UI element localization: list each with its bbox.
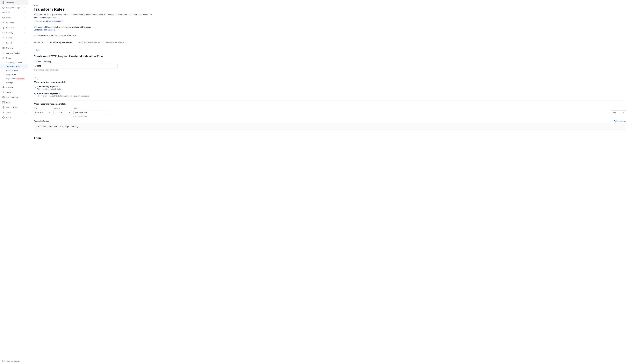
chevron-down-icon: ▼ xyxy=(24,17,26,18)
filter-value-input[interactable] xyxy=(73,110,110,115)
sidebar-sub-item-origin-rules[interactable]: Origin Rules xyxy=(0,72,28,77)
value-label: Value xyxy=(73,107,609,109)
sidebar: Overview Analytics & Logs ▼ DNS ▼ Email … xyxy=(0,0,28,364)
sidebar-item-label: Scrape Shield xyxy=(6,106,18,108)
sidebar-sub-item-transform-rules[interactable]: Transform Rules xyxy=(0,64,28,68)
spectrum-icon xyxy=(2,22,5,24)
sidebar-item-web3[interactable]: Web3 xyxy=(0,115,28,120)
normalization-box: URL-encoded Requests to this zone are no… xyxy=(34,26,626,31)
or-button[interactable]: Or xyxy=(620,110,626,115)
sidebar-item-dns[interactable]: DNS ▼ xyxy=(0,10,28,15)
svg-rect-30 xyxy=(3,360,4,362)
tab-modify-request-header[interactable]: Modify Request Header xyxy=(48,40,75,45)
speed-icon xyxy=(2,42,5,44)
tab-rewrite-url[interactable]: Rewrite URL xyxy=(34,40,48,45)
rule-name-group: Rule name (required) Give your rule a de… xyxy=(34,61,626,71)
svg-rect-13 xyxy=(3,47,5,48)
svg-rect-28 xyxy=(4,102,5,104)
sidebar-bottom: Collapse sidebar xyxy=(0,358,28,364)
doc-link-text: Transform Rules documentation xyxy=(34,20,62,22)
sidebar-item-apps[interactable]: Apps xyxy=(0,100,28,105)
and-button[interactable]: And xyxy=(611,110,619,115)
radio-custom-filter: Custom filter expression The rule will o… xyxy=(34,92,626,97)
sidebar-sub-item-configuration-rules[interactable]: Configuration Rules xyxy=(0,60,28,64)
normalization-text: URL-encoded Requests to this zone are no… xyxy=(34,26,626,28)
tab-modify-response-header[interactable]: Modify Response Header xyxy=(75,40,103,45)
deprecated-badge: Deprecated xyxy=(16,78,25,80)
when-heading: When incoming requests match... xyxy=(34,81,626,83)
doc-link[interactable]: Transform Rules documentation ↗ xyxy=(34,20,64,22)
chevron-down-icon: ▼ xyxy=(24,12,26,14)
sidebar-sub-item-label: Redirect Rules xyxy=(6,70,18,72)
radio-all-incoming-input[interactable] xyxy=(34,86,36,88)
sidebar-item-label: Network xyxy=(6,86,13,88)
radio-custom-filter-desc: The rule will only apply to traffic matc… xyxy=(37,95,89,97)
sidebar-item-scrape-shield[interactable]: Scrape Shield xyxy=(0,105,28,110)
collapse-sidebar-label: Collapse sidebar xyxy=(6,360,20,362)
form-section-title: Create new HTTP Request Header Modificat… xyxy=(34,55,626,58)
configure-normalization-link[interactable]: Configure Normalization xyxy=(34,29,55,31)
radio-all-incoming-desc: The rule will apply to all traffic xyxy=(37,88,61,90)
expression-preview-header: Expression Preview Edit expression xyxy=(34,120,626,122)
sidebar-item-access[interactable]: Access xyxy=(0,35,28,40)
rule-name-input[interactable] xyxy=(34,64,118,68)
expression-preview-label: Expression Preview xyxy=(34,120,50,122)
svg-point-4 xyxy=(3,7,5,8)
sidebar-item-traffic[interactable]: Traffic ▼ xyxy=(0,90,28,95)
radio-all-incoming-label: All incoming requests xyxy=(37,86,61,88)
svg-marker-16 xyxy=(3,52,4,54)
filter-value-hint: e.g. example.com xyxy=(73,115,609,117)
sidebar-item-label: SSL/TLS xyxy=(6,27,14,29)
sidebar-item-zaraz[interactable]: Zaraz ▼ xyxy=(0,110,28,115)
sidebar-sub-item-redirect-rules[interactable]: Redirect Rules xyxy=(0,68,28,72)
back-arrow-icon: ← xyxy=(34,49,36,51)
sidebar-item-security[interactable]: Security ▼ xyxy=(0,30,28,35)
sidebar-item-spectrum[interactable]: Spectrum xyxy=(0,20,28,25)
sidebar-item-workers-routes[interactable]: Workers Routes xyxy=(0,50,28,56)
svg-rect-9 xyxy=(3,17,5,18)
chevron-down-icon: ▼ xyxy=(24,32,26,34)
collapse-sidebar-button[interactable]: Collapse sidebar xyxy=(0,358,28,364)
email-icon xyxy=(2,16,5,19)
sidebar-item-analytics-logs[interactable]: Analytics & Logs ▼ xyxy=(0,5,28,10)
radio-custom-filter-input[interactable] xyxy=(34,92,36,95)
sidebar-item-label: DNS xyxy=(6,12,10,14)
svg-rect-10 xyxy=(3,28,4,28)
field-group: Field Hostname xyxy=(34,107,52,115)
sidebar-item-label: Speed xyxy=(6,42,12,44)
then-heading: Then... xyxy=(34,136,626,140)
sidebar-item-overview[interactable]: Overview xyxy=(0,0,28,5)
back-link[interactable]: ← Back xyxy=(34,49,41,51)
custom-pages-icon xyxy=(2,96,5,98)
edit-expression-link[interactable]: Edit expression xyxy=(614,120,626,122)
operator-label: Operator xyxy=(54,107,72,109)
sidebar-item-label: Spectrum xyxy=(6,22,14,24)
scrape-shield-icon xyxy=(2,106,5,109)
field-label: Field xyxy=(34,107,52,109)
operator-select[interactable]: contains xyxy=(54,110,72,115)
sidebar-item-label: Analytics & Logs xyxy=(6,6,20,9)
tab-managed-transforms[interactable]: Managed Transforms xyxy=(103,40,127,45)
rules-icon xyxy=(2,57,5,59)
if-heading: If... xyxy=(34,77,626,80)
field-select[interactable]: Hostname xyxy=(34,110,52,115)
sidebar-item-label: Apps xyxy=(6,102,11,104)
sidebar-sub-item-label: Configuration Rules xyxy=(6,62,22,64)
sidebar-sub-item-page-rules[interactable]: Page Rules Deprecated xyxy=(0,77,28,81)
dns-icon xyxy=(2,11,5,14)
sidebar-item-speed[interactable]: Speed ▼ xyxy=(0,40,28,45)
web3-icon xyxy=(2,116,5,119)
page-title: Transform Rules xyxy=(34,7,626,12)
filter-divider xyxy=(34,100,626,100)
sidebar-item-caching[interactable]: Caching ▼ xyxy=(0,45,28,50)
radio-custom-filter-label: Custom filter expression xyxy=(37,92,89,94)
expression-preview-section: Expression Preview Edit expression (http… xyxy=(34,120,626,130)
sidebar-item-rules[interactable]: Rules ▲ xyxy=(0,56,28,60)
sidebar-item-custom-pages[interactable]: Custom Pages xyxy=(0,95,28,100)
sidebar-sub-item-settings[interactable]: Settings xyxy=(0,81,28,85)
sidebar-item-email[interactable]: Email ▼ xyxy=(0,15,28,20)
sidebar-item-label: Email xyxy=(6,17,11,19)
sidebar-item-network[interactable]: Network xyxy=(0,85,28,90)
filter-row: Field Hostname Operator contains Value e… xyxy=(34,107,626,117)
sidebar-item-ssl-tls[interactable]: SSL/TLS ▼ xyxy=(0,25,28,30)
